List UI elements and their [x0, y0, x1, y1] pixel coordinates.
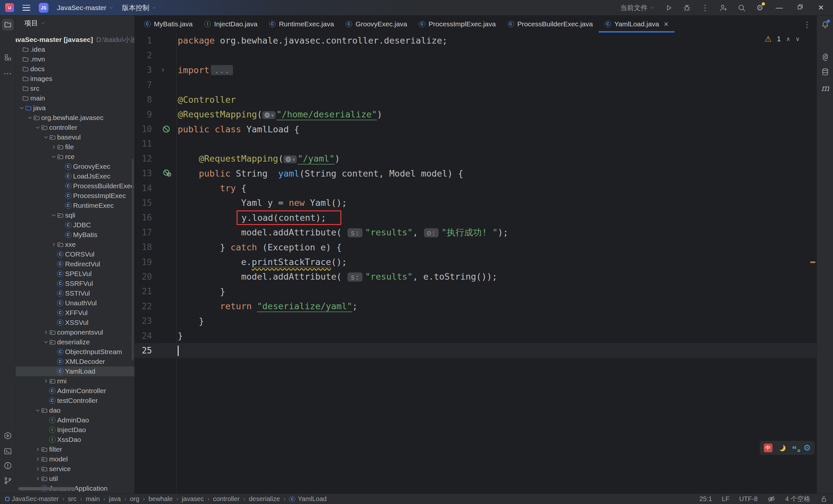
code-token[interactable]: "/home/deserialize" — [277, 109, 377, 119]
tree-chevron-icon[interactable] — [34, 125, 41, 130]
caret-position[interactable]: 25:1 — [699, 495, 712, 503]
tree-chevron-icon[interactable] — [34, 408, 41, 413]
line-number[interactable]: 18 — [135, 242, 157, 252]
database-tool-window-icon[interactable] — [820, 67, 830, 76]
request-mapping-globe-icon[interactable]: ∨ — [283, 155, 296, 163]
vcs-widget[interactable]: 版本控制 — [122, 3, 157, 12]
breadcrumb-controller[interactable]: controller — [213, 495, 239, 503]
project-panel-header[interactable]: 项目 — [16, 16, 135, 30]
tree-item-GroovyExec[interactable]: CGroovyExec — [16, 161, 135, 171]
code-text[interactable]: model.addAttribute( s:"results", o:"执行成功… — [175, 227, 817, 238]
breadcrumb-org[interactable]: org — [130, 495, 139, 503]
tree-item-AdminDao[interactable]: IAdminDao — [16, 415, 135, 425]
run-configuration-selector[interactable]: 当前文件 — [620, 3, 655, 12]
code-text[interactable]: model.addAttribute( s:"results", e.toStr… — [175, 272, 817, 282]
more-tool-windows-icon[interactable]: ⋯ — [2, 68, 14, 79]
ime-indicator[interactable]: 中 — [764, 444, 772, 452]
line-number[interactable]: 14 — [135, 183, 157, 193]
notifications-bell-icon[interactable] — [820, 20, 830, 29]
tree-item-XFFVul[interactable]: CXFFVul — [16, 308, 135, 318]
code-line-18[interactable]: 18 } catch (Exception e) { — [135, 240, 817, 254]
code-text[interactable]: } — [175, 331, 817, 341]
tree-item-model[interactable]: model — [16, 454, 135, 464]
project-icon[interactable]: JS — [39, 3, 48, 13]
line-number[interactable]: 23 — [135, 316, 157, 326]
code-token[interactable]: "deserialize/yaml" — [257, 301, 352, 311]
minimize-button[interactable]: — — [774, 4, 785, 12]
breadcrumb-java[interactable]: java — [109, 495, 121, 503]
quotes-icon[interactable]: “ — [792, 446, 797, 453]
tree-chevron-icon[interactable] — [34, 447, 41, 452]
tree-item-JDBC[interactable]: CJDBC — [16, 220, 135, 230]
code-text[interactable]: try { — [175, 183, 817, 193]
translate-settings-gear-icon[interactable]: ⚙ — [803, 443, 811, 453]
code-line-15[interactable]: 15 Yaml y = new Yaml(); — [135, 196, 817, 210]
tree-item-src[interactable]: src — [16, 83, 135, 93]
tree-item-xxe[interactable]: xxe — [16, 240, 135, 249]
ai-assistant-icon[interactable]: @ — [820, 52, 830, 61]
debug-icon[interactable] — [683, 4, 691, 12]
tree-item-images[interactable]: images — [16, 74, 135, 83]
code-line-1[interactable]: 1package org.bewhale.javasec.controller.… — [135, 33, 817, 48]
warning-stripe-mark[interactable] — [810, 261, 815, 263]
tree-item-YamlLoad[interactable]: CYamlLoad — [16, 367, 135, 376]
tree-item-basevul[interactable]: basevul — [16, 132, 135, 142]
line-number[interactable]: 15 — [135, 198, 157, 208]
terminal-tool-window-icon[interactable] — [2, 446, 14, 457]
more-actions-icon[interactable]: ⋮ — [701, 4, 709, 12]
problems-tool-window-icon[interactable] — [2, 460, 14, 472]
code-text[interactable]: Yaml y = new Yaml(); — [175, 198, 817, 208]
tree-item-main[interactable]: main — [16, 93, 135, 103]
tree-item-docs[interactable]: docs — [16, 64, 135, 74]
project-vertical-scrollbar[interactable] — [132, 159, 134, 360]
code-line-7[interactable]: 7 — [135, 77, 817, 92]
tab-ProcessImplExec.java[interactable]: CProcessImplExec.java — [413, 16, 502, 32]
tree-chevron-icon[interactable] — [27, 115, 33, 120]
code-line-24[interactable]: 24} — [135, 328, 817, 343]
tree-item-XssDao[interactable]: IXssDao — [16, 435, 135, 445]
gutter-icon-slot[interactable] — [157, 125, 175, 134]
search-everywhere-icon[interactable] — [737, 4, 746, 12]
code-text[interactable]: public String yaml(String content, Model… — [175, 169, 817, 178]
line-number[interactable]: 11 — [135, 139, 157, 149]
breadcrumb-JavaSec-master[interactable]: JavaSec-master — [5, 495, 59, 503]
code-line-17[interactable]: 17 model.addAttribute( s:"results", o:"执… — [135, 225, 817, 240]
tree-item-testController[interactable]: CtestController — [16, 396, 135, 405]
tab-RuntimeExec.java[interactable]: CRuntimeExec.java — [263, 16, 340, 32]
line-number[interactable]: 21 — [135, 286, 157, 296]
maven-tool-window-icon[interactable]: m — [820, 83, 830, 92]
main-menu-icon[interactable] — [22, 5, 30, 11]
tree-item-filter[interactable]: filter — [16, 445, 135, 454]
code-line-3[interactable]: 3›import... — [135, 63, 817, 77]
tree-item-MyBatis[interactable]: CMyBatis — [16, 230, 135, 240]
code-text[interactable]: @Controller — [175, 95, 817, 105]
services-tool-window-icon[interactable] — [2, 430, 14, 442]
tree-chevron-icon[interactable] — [43, 330, 49, 335]
indent-setting[interactable]: 4 个空格 — [785, 495, 810, 503]
tree-chevron-icon[interactable] — [50, 213, 57, 218]
project-horizontal-scrollbar[interactable] — [18, 487, 76, 490]
code-line-10[interactable]: 10public class YamlLoad { — [135, 122, 817, 136]
moon-icon[interactable] — [779, 445, 785, 451]
tree-item-deserialize[interactable]: deserialize — [16, 337, 135, 347]
code-text[interactable]: } — [175, 286, 817, 297]
code-token[interactable]: "/yaml" — [298, 153, 335, 163]
tree-item-RuntimeExec[interactable]: CRuntimeExec — [16, 201, 135, 210]
git-tool-window-icon[interactable] — [2, 475, 14, 486]
tree-item-RedirectVul[interactable]: CRedirectVul — [16, 259, 135, 269]
code-line-19[interactable]: 19 e.printStackTrace(); — [135, 255, 817, 269]
code-line-20[interactable]: 20 model.addAttribute( s:"results", e.to… — [135, 269, 817, 284]
project-tool-window-icon[interactable] — [2, 19, 14, 30]
line-separator[interactable]: LF — [722, 495, 729, 503]
tree-item-AdminController[interactable]: CAdminController — [16, 386, 135, 396]
code-text[interactable]: } catch (Exception e) { — [175, 242, 817, 252]
prev-problem-icon[interactable]: ∧ — [786, 35, 790, 43]
tree-item-ProcessBuilderExec[interactable]: CProcessBuilderExec — [16, 181, 135, 191]
code-line-16[interactable]: 16 y.load(content); — [135, 210, 817, 225]
gutter-icon-slot[interactable] — [157, 169, 175, 178]
tree-item-CORSVul[interactable]: CCORSVul — [16, 249, 135, 259]
project-switcher[interactable]: JavaSec-master — [57, 4, 114, 12]
line-number[interactable]: 17 — [135, 228, 157, 237]
line-number[interactable]: 9 — [135, 109, 157, 119]
code-text[interactable]: @RequestMapping(∨"/home/deserialize") — [175, 109, 817, 119]
